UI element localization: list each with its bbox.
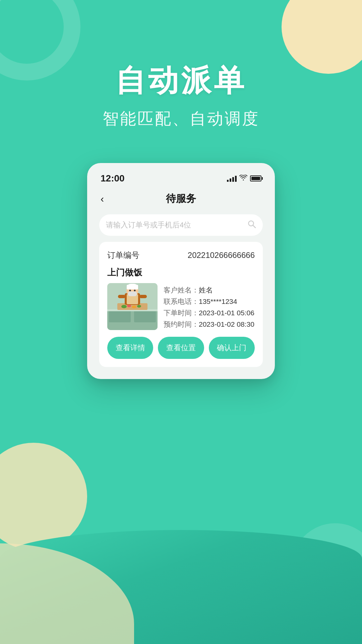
search-placeholder: 请输入订单号或手机后4位	[106, 220, 191, 230]
customer-name-line: 客户姓名：姓名	[164, 284, 255, 296]
svg-point-19	[134, 290, 136, 291]
order-time-line: 下单时间：2023-01-01 05:06	[164, 307, 255, 319]
order-time-label: 下单时间：	[164, 309, 199, 317]
svg-point-8	[121, 305, 127, 308]
nav-bar: ‹ 待服务	[94, 189, 268, 211]
order-number-row: 订单编号 202210266666666	[107, 250, 255, 261]
search-icon[interactable]	[247, 220, 256, 230]
order-label: 订单编号	[107, 250, 139, 261]
nav-title: 待服务	[166, 192, 196, 206]
bg-decoration-blob-left	[0, 443, 87, 550]
appoint-time-line: 预约时间：2023-01-02 08:30	[164, 319, 255, 330]
service-image	[107, 283, 158, 330]
phone-value: 135****1234	[199, 298, 237, 305]
confirm-button[interactable]: 确认上门	[209, 337, 255, 359]
service-detail-row: 客户姓名：姓名 联系电话：135****1234 下单时间：2023-01-01…	[107, 283, 255, 330]
phone-line: 联系电话：135****1234	[164, 296, 255, 307]
order-number: 202210266666666	[188, 251, 255, 260]
svg-point-9	[127, 305, 131, 307]
svg-rect-17	[128, 291, 137, 296]
svg-rect-4	[109, 311, 131, 322]
phone-wrapper: 12:00	[0, 163, 362, 379]
svg-line-1	[253, 225, 256, 228]
customer-name-label: 客户姓名：	[164, 286, 199, 294]
appoint-time-value: 2023-01-02 08:30	[199, 320, 254, 328]
order-card: 订单编号 202210266666666 上门做饭	[99, 242, 263, 367]
svg-rect-16	[128, 284, 137, 286]
status-time: 12:00	[101, 173, 125, 184]
svg-point-11	[137, 305, 141, 308]
service-type: 上门做饭	[107, 267, 255, 278]
search-bar[interactable]: 请输入订单号或手机后4位	[99, 214, 263, 236]
svg-point-10	[132, 306, 136, 308]
status-bar: 12:00	[94, 170, 268, 189]
battery-icon	[250, 175, 261, 181]
header-area: 自动派单 智能匹配、自动调度	[0, 0, 362, 129]
svg-rect-5	[134, 311, 156, 322]
main-title: 自动派单	[0, 60, 362, 101]
phone-mockup: 12:00	[87, 163, 275, 379]
appoint-time-label: 预约时间：	[164, 320, 199, 328]
signal-icon	[227, 175, 237, 182]
location-button[interactable]: 查看位置	[158, 337, 204, 359]
sub-title: 智能匹配、自动调度	[0, 108, 362, 129]
phone-label: 联系电话：	[164, 298, 199, 305]
status-icons	[227, 175, 261, 182]
action-buttons: 查看详情 查看位置 确认上门	[107, 337, 255, 359]
svg-point-18	[129, 290, 131, 291]
back-button[interactable]: ‹	[101, 193, 104, 205]
svg-rect-21	[139, 295, 147, 298]
wifi-icon	[239, 175, 247, 182]
detail-button[interactable]: 查看详情	[107, 337, 153, 359]
svg-rect-20	[118, 295, 125, 298]
service-info: 客户姓名：姓名 联系电话：135****1234 下单时间：2023-01-01…	[164, 283, 255, 330]
order-time-value: 2023-01-01 05:06	[199, 309, 254, 317]
customer-name-value: 姓名	[199, 286, 213, 294]
